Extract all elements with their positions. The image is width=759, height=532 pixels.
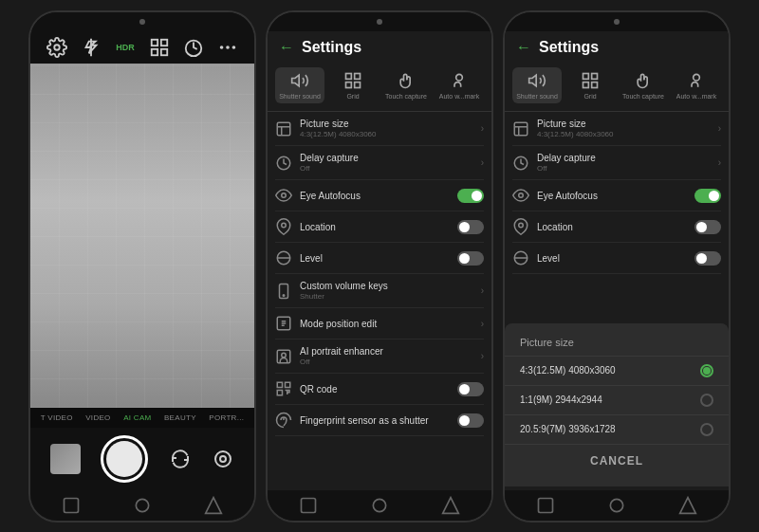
- keyboard-bg: [30, 64, 254, 408]
- hdr-icon[interactable]: HDR: [115, 37, 136, 58]
- flash-icon[interactable]: [81, 37, 102, 58]
- settings-item-eye-af-3[interactable]: Eye Autofocus: [512, 180, 721, 211]
- settings-icon[interactable]: [46, 37, 67, 58]
- back-nav-icon[interactable]: [133, 496, 152, 515]
- macro-icon[interactable]: [212, 448, 234, 470]
- home-nav-icon[interactable]: [62, 496, 81, 515]
- settings-item-delay-3[interactable]: Delay capture Off ›: [512, 146, 721, 180]
- level-toggle-3[interactable]: [694, 251, 721, 266]
- svg-rect-11: [65, 498, 79, 512]
- dialog-cancel-button[interactable]: CANCEL: [505, 445, 729, 477]
- svg-rect-43: [514, 122, 528, 136]
- svg-point-42: [694, 74, 700, 81]
- ai-portrait-icon: [275, 348, 292, 365]
- settings-item-mode-edit[interactable]: Mode position edit ›: [275, 308, 484, 339]
- settings-item-level[interactable]: Level: [275, 243, 484, 274]
- tab-label-touch-3: Touch capture: [622, 93, 664, 101]
- radio-1[interactable]: [700, 364, 713, 377]
- radio-2[interactable]: [700, 394, 713, 407]
- eye-af-toggle-3[interactable]: [694, 189, 721, 203]
- fingerprint-toggle[interactable]: [457, 413, 484, 428]
- settings-item-picture-size[interactable]: Picture size 4:3(12.5M) 4080x3060 ›: [275, 112, 484, 146]
- back-button-2[interactable]: ←: [279, 39, 294, 56]
- eye-af-toggle[interactable]: [457, 189, 484, 203]
- delay-sub: Off: [300, 164, 473, 173]
- chevron-icon-1: ›: [481, 123, 484, 134]
- timer-icon[interactable]: [183, 37, 204, 58]
- mode-edit-icon: [275, 315, 292, 332]
- tab-shutter-sound-3[interactable]: Shutter sound: [512, 67, 562, 104]
- level-toggle[interactable]: [457, 251, 484, 266]
- dialog-option-2[interactable]: 1:1(9M) 2944x2944: [505, 386, 729, 415]
- nav-bar-3: [505, 490, 729, 521]
- mode-beauty[interactable]: BEAUTY: [164, 413, 196, 422]
- svg-rect-4: [152, 48, 157, 54]
- camera-viewfinder[interactable]: [30, 64, 254, 408]
- thumbnail-preview[interactable]: [50, 444, 81, 474]
- back-nav-2[interactable]: [370, 496, 389, 515]
- dialog-option-3[interactable]: 20.5:9(7M) 3936x1728: [505, 415, 729, 445]
- level-icon: [275, 249, 292, 266]
- home-nav-3[interactable]: [536, 496, 555, 515]
- picture-size-sub-3: 4:3(12.5M) 4080x3060: [537, 130, 711, 138]
- picture-size-text-3: Picture size 4:3(12.5M) 4080x3060: [537, 119, 711, 138]
- tab-watermark-3[interactable]: Auto w...mark: [672, 67, 721, 104]
- back-button-3[interactable]: ←: [516, 39, 531, 56]
- watermark-tab-icon-3: [687, 71, 706, 90]
- location-toggle[interactable]: [457, 220, 484, 234]
- radio-inner-1: [703, 367, 711, 375]
- settings-item-location[interactable]: Location: [275, 211, 484, 243]
- settings-item-eye-af[interactable]: Eye Autofocus: [275, 180, 484, 211]
- fingerprint-label: Fingerprint sensor as a shutter: [300, 415, 450, 426]
- svg-marker-13: [205, 497, 221, 513]
- location-toggle-3[interactable]: [694, 220, 721, 234]
- settings-item-volume-keys[interactable]: Custom volume keys Shutter ›: [275, 274, 484, 308]
- recents-nav-3[interactable]: [678, 496, 697, 515]
- settings-item-delay[interactable]: Delay capture Off ›: [275, 146, 484, 180]
- touch-tab-icon-2: [397, 71, 416, 90]
- switch-camera-icon[interactable]: [169, 448, 192, 470]
- dialog-option-text-1: 4:3(12.5M) 4080x3060: [520, 365, 691, 376]
- mode-t-video[interactable]: T VIDEO: [41, 413, 73, 422]
- recents-nav-2[interactable]: [441, 496, 460, 515]
- settings-item-qr[interactable]: QR code: [275, 374, 484, 405]
- svg-rect-3: [161, 39, 167, 45]
- settings-item-level-3[interactable]: Level: [512, 243, 721, 274]
- home-nav-2[interactable]: [299, 496, 318, 515]
- radio-3[interactable]: [700, 423, 713, 436]
- eye-af-toggle-thumb: [472, 191, 482, 201]
- settings-item-location-3[interactable]: Location: [512, 211, 721, 243]
- svg-point-10: [215, 451, 231, 467]
- filter-icon[interactable]: [149, 37, 170, 58]
- delay-label: Delay capture: [300, 153, 473, 163]
- dialog-option-text-3: 20.5:9(7M) 3936x1728: [520, 424, 691, 434]
- tab-grid-2[interactable]: Grid: [328, 67, 378, 104]
- shutter-button[interactable]: [101, 435, 148, 483]
- back-nav-3[interactable]: [607, 496, 626, 515]
- volume-keys-sub: Shutter: [300, 292, 473, 301]
- tab-shutter-sound-2[interactable]: Shutter sound: [275, 67, 324, 104]
- tab-watermark-2[interactable]: Auto w...mark: [435, 67, 484, 104]
- tab-touch-capture-2[interactable]: Touch capture: [381, 67, 431, 104]
- recents-nav-icon[interactable]: [204, 496, 223, 515]
- svg-point-50: [610, 499, 622, 511]
- qr-toggle[interactable]: [457, 382, 484, 396]
- eye-af-toggle-thumb-3: [709, 191, 719, 201]
- camera-mode-bar: T VIDEO VIDEO AI CAM BEAUTY PORTR...: [30, 408, 254, 428]
- mode-ai-cam[interactable]: AI CAM: [123, 413, 151, 422]
- mode-edit-right: ›: [481, 319, 484, 329]
- dialog-option-1[interactable]: 4:3(12.5M) 4080x3060: [505, 357, 729, 386]
- mode-video[interactable]: VIDEO: [85, 413, 110, 422]
- tab-touch-3[interactable]: Touch capture: [619, 67, 668, 104]
- mode-portrait[interactable]: PORTR...: [209, 413, 244, 422]
- svg-point-23: [282, 223, 287, 228]
- location-icon: [275, 218, 292, 235]
- tab-grid-3[interactable]: Grid: [565, 67, 615, 104]
- settings-item-ai-portrait[interactable]: AI portrait enhancer Off ›: [275, 339, 484, 374]
- more-icon[interactable]: [217, 37, 238, 58]
- settings-item-picture-size-3[interactable]: Picture size 4:3(12.5M) 4080x3060 ›: [512, 112, 721, 146]
- settings-item-fingerprint[interactable]: Fingerprint sensor as a shutter: [275, 405, 484, 436]
- delay-text: Delay capture Off: [300, 153, 473, 173]
- qr-text: QR code: [300, 384, 450, 394]
- svg-rect-17: [346, 82, 352, 87]
